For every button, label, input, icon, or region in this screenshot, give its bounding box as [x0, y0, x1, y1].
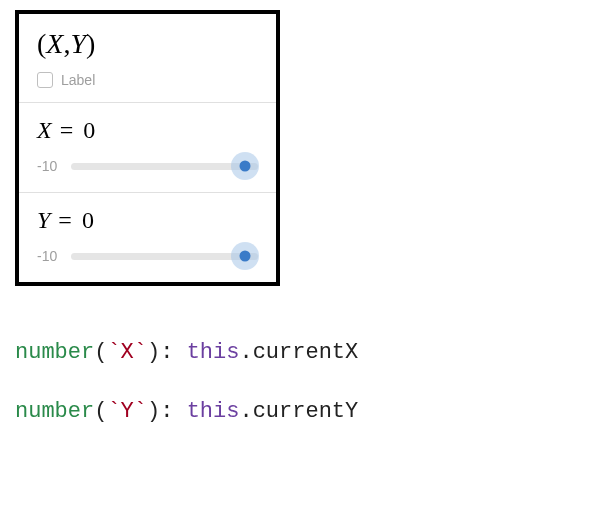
tok-open-paren: ( — [94, 399, 107, 424]
slider-y-min[interactable]: -10 — [37, 248, 63, 264]
tok-close-paren: ) — [147, 399, 160, 424]
tok-fn: number — [15, 340, 94, 365]
equation-y-var: Y — [37, 207, 50, 233]
slider-x-track[interactable] — [71, 163, 258, 170]
tok-str: `X` — [107, 340, 147, 365]
tok-open-paren: ( — [94, 340, 107, 365]
equation-x-value: 0 — [83, 117, 95, 143]
tok-fn: number — [15, 399, 94, 424]
code-blank-line — [15, 456, 585, 480]
tok-kw: this — [187, 399, 240, 424]
close-paren: ) — [86, 28, 95, 59]
code-block: number(`X`): this.currentX number(`Y`): … — [15, 308, 585, 514]
slider-section-y: Y = 0 -10 — [19, 192, 276, 282]
slider-y-track[interactable] — [71, 253, 258, 260]
equals-sign: = — [52, 117, 84, 143]
code-line-1: number(`X`): this.currentX — [15, 338, 585, 368]
tok-colon: : — [160, 340, 186, 365]
equation-y-value: 0 — [82, 207, 94, 233]
slider-y-thumb[interactable] — [239, 251, 250, 262]
slider-row-x: -10 — [37, 158, 258, 174]
code-line-2: number(`Y`): this.currentY — [15, 397, 585, 427]
equation-y: Y = 0 — [37, 207, 258, 234]
tok-close-paren: ) — [147, 340, 160, 365]
var-x: X — [46, 28, 63, 59]
label-checkbox-row[interactable]: Label — [37, 72, 258, 88]
tok-str: `Y` — [107, 399, 147, 424]
slider-x-thumb[interactable] — [239, 161, 250, 172]
equals-sign: = — [50, 207, 82, 233]
equation-x-var: X — [37, 117, 52, 143]
code-line-3: bounds: makeBounds(-10,10,-10,10) — [15, 510, 585, 514]
properties-panel: (X,Y) Label X = 0 -10 Y = 0 -10 — [15, 10, 280, 286]
slider-section-x: X = 0 -10 — [19, 102, 276, 192]
tok-colon: : — [160, 399, 186, 424]
point-expression: (X,Y) — [37, 28, 258, 60]
tok-dot: . — [239, 340, 252, 365]
point-section: (X,Y) Label — [19, 14, 276, 102]
var-y: Y — [70, 28, 86, 59]
slider-row-y: -10 — [37, 248, 258, 264]
tok-kw: this — [187, 340, 240, 365]
tok-ident: currentX — [253, 340, 359, 365]
open-paren: ( — [37, 28, 46, 59]
tok-dot: . — [239, 399, 252, 424]
slider-x-min[interactable]: -10 — [37, 158, 63, 174]
label-checkbox[interactable] — [37, 72, 53, 88]
label-checkbox-text: Label — [61, 72, 95, 88]
equation-x: X = 0 — [37, 117, 258, 144]
tok-ident: currentY — [253, 399, 359, 424]
